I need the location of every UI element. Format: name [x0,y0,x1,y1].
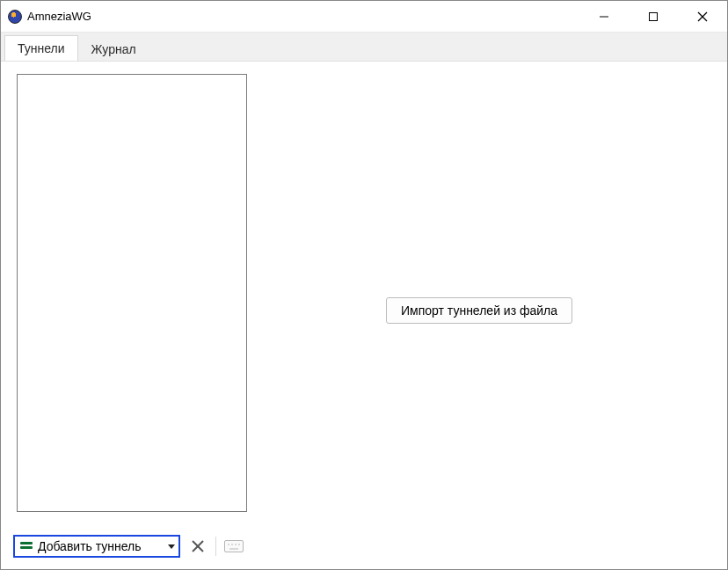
keyboard-icon [224,540,244,552]
tabbar: Туннели Журнал [1,33,727,61]
app-icon [8,10,22,24]
add-tunnel-label: Добавить туннель [38,539,142,553]
import-from-file-button[interactable]: Импорт туннелей из файла [386,297,572,324]
x-icon [191,539,205,553]
close-icon [697,11,708,22]
tunnel-list[interactable] [17,74,247,512]
add-tunnel-button[interactable]: Добавить туннель [13,535,180,558]
delete-tunnel-button[interactable] [186,535,210,558]
svg-rect-1 [650,12,658,20]
maximize-icon [648,11,659,22]
dropdown-caret-icon [168,544,175,549]
tab-tunnels[interactable]: Туннели [4,35,78,62]
toolbar-divider [215,537,216,556]
minimize-button[interactable] [579,1,629,32]
bottom-toolbar: Добавить туннель [13,534,246,559]
tunnel-icon [20,542,33,551]
window-title: AmneziaWG [27,10,91,23]
minimize-icon [599,11,609,22]
titlebar: AmneziaWG [1,1,727,33]
content-area: Импорт туннелей из файла Добавить туннел… [1,61,727,570]
keyboard-button[interactable] [222,535,246,558]
tab-log[interactable]: Журнал [78,36,149,62]
close-button[interactable] [678,1,727,32]
maximize-button[interactable] [629,1,678,32]
window-controls [579,1,727,32]
